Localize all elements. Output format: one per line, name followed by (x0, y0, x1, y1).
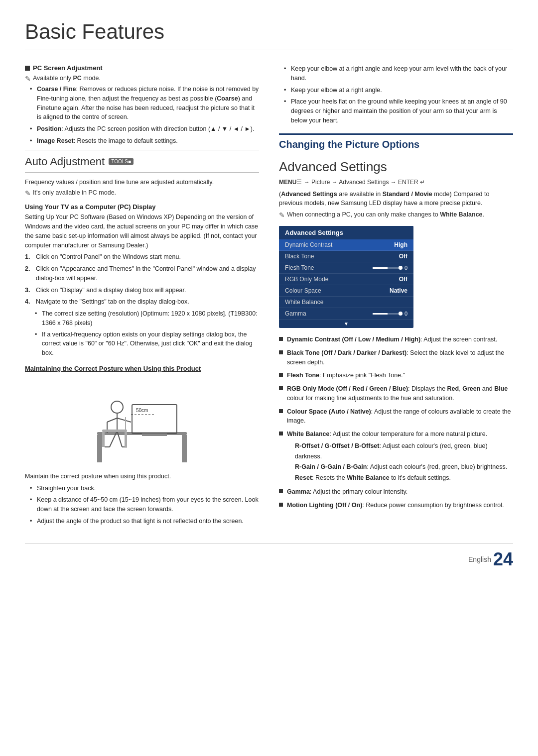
feature-white-balance: White Balance: Adjust the colour tempera… (279, 430, 513, 483)
advanced-box-header: Advanced Settings (279, 226, 413, 239)
reset-text: Reset: Resets the White Balance to it's … (295, 473, 513, 483)
right-column: Keep your elbow at a right angle and kee… (279, 64, 513, 529)
posture-illustration: 50cm (77, 377, 207, 467)
note-icon-2: ✎ (25, 189, 31, 197)
feature-flesh-tone: Flesh Tone: Emphasize pink "Flesh Tone." (279, 371, 513, 380)
rgb-only-label: RGB Only Mode (285, 276, 328, 283)
auto-adj-note: ✎ It's only available in PC mode. (25, 189, 259, 197)
pc-note: ✎ Available only PC mode. (25, 75, 259, 83)
feat-square-icon-8 (279, 503, 283, 507)
sub-bullet-1: The correct size setting (resolution) |O… (35, 309, 259, 328)
rgb-only-row: RGB Only Mode Off (279, 274, 413, 285)
right-top-bullets: Keep your elbow at a right angle and kee… (279, 64, 513, 125)
feature-white-balance-text: White Balance: Adjust the colour tempera… (287, 431, 487, 437)
auto-adj-desc: Frequency values / position and fine tun… (25, 178, 259, 187)
feat-square-icon-3 (279, 373, 283, 377)
white-balance-note-text: When connecting a PC, you can only make … (287, 211, 484, 218)
colour-space-value: Native (390, 287, 407, 294)
pc-display-body: Setting Up Your PC Software (Based on Wi… (25, 213, 259, 250)
footer-page-number: 24 (493, 549, 513, 570)
pc-screen-label: PC Screen Adjustment (33, 64, 103, 72)
auto-adj-note-text: It's only available in PC mode. (33, 189, 116, 196)
posture-bullet-2: Keep a distance of 45~50 cm (15~19 inche… (30, 495, 259, 514)
rgb-only-value: Off (399, 276, 407, 283)
changing-options-title: Changing the Picture Options (279, 139, 513, 150)
white-balance-row: White Balance (279, 297, 413, 308)
flesh-tone-label: Flesh Tone (285, 264, 314, 271)
footer-lang: English (468, 555, 491, 563)
pc-bullet-2: Position: Adjusts the PC screen position… (30, 124, 259, 134)
svg-point-5 (111, 401, 123, 413)
pc-display-title: Using Your TV as a Computer (PC) Display (25, 203, 259, 211)
dynamic-contrast-label: Dynamic Contrast (285, 241, 332, 248)
white-balance-note: ✎ When connecting a PC, you can only mak… (279, 211, 513, 219)
step-1: 1.Click on "Control Panel" on the Window… (25, 252, 259, 262)
r-gain-text: R-Gain / G-Gain / B-Gain: Adjust each co… (295, 462, 513, 472)
feat-square-icon (279, 337, 283, 341)
flesh-tone-slider: 0 (373, 265, 407, 271)
black-tone-row: Black Tone Off (279, 251, 413, 262)
gamma-label: Gamma (285, 310, 306, 317)
feature-black-tone: Black Tone (Off / Dark / Darker / Darkes… (279, 348, 513, 367)
svg-line-9 (117, 418, 131, 422)
steps-list: 1.Click on "Control Panel" on the Window… (25, 252, 259, 307)
posture-bullet-3: Adjust the angle of the product so that … (30, 517, 259, 526)
svg-rect-2 (182, 435, 187, 462)
auto-adjustment-title: Auto Adjustment TOOLS■ (25, 155, 259, 168)
advanced-intro: (Advanced Settings are available in Stan… (279, 190, 513, 209)
right-bullet-2: Keep your elbow at a right angle. (284, 86, 513, 95)
down-arrow: ▼ (279, 320, 413, 328)
feature-flesh-tone-text: Flesh Tone: Emphasize pink "Flesh Tone." (287, 371, 405, 380)
feature-colour-space: Colour Space (Auto / Native): Adjust the… (279, 407, 513, 426)
changing-options-section: Changing the Picture Options (279, 133, 513, 150)
advanced-settings-title: Advanced Settings (279, 159, 513, 175)
pc-bullet-1: Coarse / Fine: Removes or reduces pictur… (30, 85, 259, 122)
black-square-icon (25, 66, 30, 71)
black-tone-label: Black Tone (285, 253, 314, 260)
posture-intro: Maintain the correct posture when using … (25, 472, 259, 481)
page-footer: English 24 (25, 543, 513, 570)
colour-space-row: Colour Space Native (279, 285, 413, 297)
svg-rect-4 (142, 433, 167, 436)
pc-screen-section: PC Screen Adjustment (25, 64, 259, 72)
step-3: 3.Click on "Display" and a display dialo… (25, 286, 259, 295)
flesh-tone-row: Flesh Tone 0 (279, 262, 413, 274)
gamma-row: Gamma 0 (279, 308, 413, 320)
feature-white-balance-content: White Balance: Adjust the colour tempera… (287, 430, 513, 483)
right-bullet-1: Keep your elbow at a right angle and kee… (284, 64, 513, 83)
pc-bullets: Coarse / Fine: Removes or reduces pictur… (25, 85, 259, 146)
svg-rect-14 (102, 430, 127, 432)
r-offset-text: R-Offset / G-Offset / B-Offset: Adjust e… (295, 441, 513, 462)
svg-text:50cm: 50cm (136, 408, 148, 413)
svg-line-7 (107, 418, 117, 422)
feature-dynamic-contrast-text: Dynamic Contrast (Off / Low / Medium / H… (287, 335, 497, 344)
dynamic-contrast-row: Dynamic Contrast High (279, 239, 413, 251)
note-icon-3: ✎ (279, 211, 285, 219)
dynamic-contrast-value: High (394, 241, 407, 248)
feature-gamma-text: Gamma: Adjust the primary colour intensi… (287, 487, 407, 497)
step-4: 4.Navigate to the "Settings" tab on the … (25, 297, 259, 307)
right-bullet-3: Place your heels flat on the ground whil… (284, 97, 513, 125)
feat-square-icon-7 (279, 489, 283, 493)
feat-square-icon-2 (279, 350, 283, 354)
posture-bullet-1: Straighten your back. (30, 484, 259, 493)
left-column: PC Screen Adjustment ✎ Available only PC… (25, 64, 259, 529)
page-title: Basic Features (25, 20, 513, 49)
sub-bullet-2: If a vertical-frequency option exists on… (35, 330, 259, 358)
pc-bullet-3: Image Reset: Resets the image to default… (30, 136, 259, 146)
feature-motion-lighting-text: Motion Lighting (Off / On): Reduce power… (287, 501, 504, 510)
note-icon: ✎ (25, 75, 31, 83)
feature-colour-space-text: Colour Space (Auto / Native): Adjust the… (287, 407, 513, 426)
sub-bullets: The correct size setting (resolution) |O… (25, 309, 259, 358)
advanced-settings-box: Advanced Settings Dynamic Contrast High … (279, 226, 413, 328)
tools-badge: TOOLS■ (109, 158, 134, 165)
feature-motion-lighting: Motion Lighting (Off / On): Reduce power… (279, 501, 513, 510)
black-tone-value: Off (399, 253, 407, 260)
feat-square-icon-5 (279, 409, 283, 413)
white-balance-label: White Balance (285, 299, 323, 306)
feature-rgb-only-text: RGB Only Mode (Off / Red / Green / Blue)… (287, 384, 513, 403)
posture-heading: Maintaining the Correct Posture when Usi… (25, 365, 259, 372)
svg-rect-15 (102, 432, 105, 447)
feat-square-icon-4 (279, 386, 283, 390)
svg-rect-16 (125, 432, 127, 447)
